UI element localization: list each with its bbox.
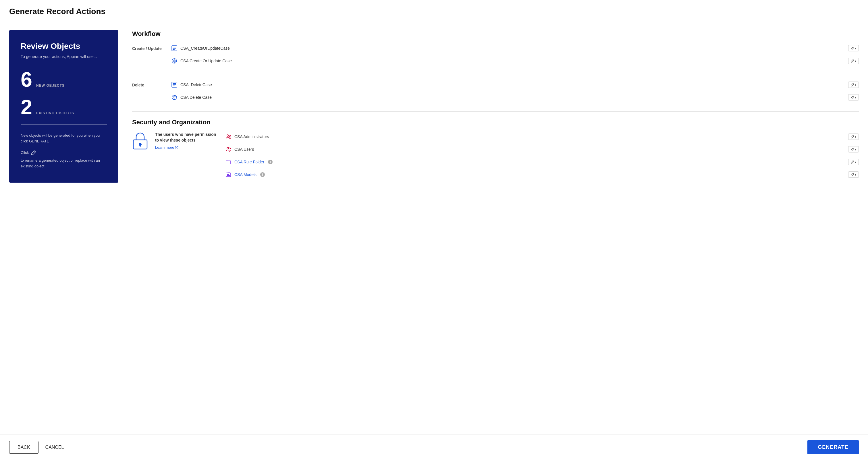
new-objects-stat: 6 NEW OBJECTS [21,69,107,90]
security-desc-text: The users who have permission to view th… [155,132,218,143]
object-row: CSA Delete Case ▾ [171,93,859,102]
svg-point-4 [172,59,177,63]
cancel-button[interactable]: CANCEL [43,441,66,453]
svg-rect-8 [173,86,175,86]
svg-point-15 [227,147,229,149]
edit-button-2[interactable]: ▾ [848,58,859,64]
svg-rect-20 [229,175,230,176]
right-panel: Workflow Create / Update [132,30,859,189]
process-icon [171,45,178,52]
security-title: Security and Organization [132,119,859,126]
security-name-1: CSA Administrators [235,134,269,139]
users-icon-2 [225,146,231,153]
svg-rect-19 [228,174,229,176]
main-content: Review Objects To generate your actions,… [0,21,868,434]
svg-rect-7 [173,85,176,85]
existing-objects-label: EXISTING OBJECTS [36,111,74,115]
learn-more-link[interactable]: Learn more [155,145,178,150]
security-link-2[interactable]: CSA Models [235,172,256,177]
info-icon-2[interactable]: i [260,172,265,177]
edit-security-2[interactable]: ▾ [848,146,859,153]
object-row: CSA_CreateOrUpdateCase ▾ [171,43,859,53]
page-title: Generate Record Actions [9,7,859,16]
security-items: CSA Administrators ▾ [225,132,859,179]
main-divider [132,111,859,112]
edit-button-3[interactable]: ▾ [848,81,859,88]
svg-rect-18 [227,174,228,176]
create-update-items: CSA_CreateOrUpdateCase ▾ [171,43,859,66]
edit-button-1[interactable]: ▾ [848,45,859,52]
review-objects-heading: Review Objects [21,42,107,51]
review-subtitle: To generate your actions, Appian will us… [21,54,107,59]
existing-objects-count: 2 [21,97,32,118]
delete-row: Delete CSA_D [132,80,859,102]
object-left: CSA_CreateOrUpdateCase [171,45,230,52]
svg-point-16 [229,148,230,149]
edit-security-1[interactable]: ▾ [848,133,859,140]
object-left: CSA Administrators [225,133,269,140]
chevron-icon: ▾ [855,161,856,164]
svg-point-9 [172,95,177,100]
click-hint: Click to rename a generated object or re… [21,150,107,169]
interface-icon [171,58,178,64]
users-icon-1 [225,133,231,140]
workflow-divider [132,73,859,73]
existing-objects-stat: 2 EXISTING OBJECTS [21,97,107,118]
delete-label: Delete [132,80,166,87]
svg-rect-12 [140,144,141,147]
back-button[interactable]: BACK [9,441,38,454]
folder-icon [225,159,231,165]
svg-point-14 [229,135,230,137]
object-name-2: CSA Create Or Update Case [180,59,232,63]
external-link-icon [175,146,178,149]
svg-rect-1 [173,47,176,47]
chevron-icon: ▾ [855,148,856,151]
generate-hint: New objects will be generated for you wh… [21,133,107,144]
object-name-4: CSA Delete Case [180,95,212,100]
security-item-row: CSA Rule Folder i ▾ [225,157,859,167]
chevron-icon: ▾ [855,135,856,138]
page-header: Generate Record Actions [0,0,868,21]
security-name-2: CSA Users [235,147,254,152]
security-description: The users who have permission to view th… [155,132,218,150]
chevron-icon: ▾ [855,47,856,50]
footer: BACK CANCEL GENERATE [0,434,868,460]
model-icon [225,171,231,178]
create-update-label: Create / Update [132,43,166,51]
edit-security-4[interactable]: ▾ [848,171,859,178]
object-left: CSA Rule Folder i [225,159,273,165]
interface-icon-2 [171,94,178,100]
security-item-row: CSA Users ▾ [225,144,859,154]
security-section: Security and Organization The users who … [132,119,859,179]
object-left: CSA_DeleteCase [171,81,212,88]
svg-rect-3 [173,49,175,50]
object-left: CSA Delete Case [171,94,212,100]
object-row: CSA_DeleteCase ▾ [171,80,859,90]
process-icon-2 [171,81,178,88]
chevron-icon: ▾ [855,83,856,87]
edit-button-4[interactable]: ▾ [848,94,859,100]
new-objects-count: 6 [21,69,32,90]
footer-left: BACK CANCEL [9,441,66,454]
svg-rect-6 [173,83,176,84]
svg-rect-2 [173,48,176,48]
object-name-3: CSA_DeleteCase [180,83,212,87]
object-left: CSA Create Or Update Case [171,58,232,64]
chevron-icon: ▾ [855,173,856,176]
edit-security-3[interactable]: ▾ [848,159,859,165]
generate-button[interactable]: GENERATE [807,440,859,454]
new-objects-label: NEW OBJECTS [36,84,65,88]
object-name-1: CSA_CreateOrUpdateCase [180,46,230,51]
learn-more-label: Learn more [155,145,174,150]
panel-divider [21,124,107,125]
workflow-title: Workflow [132,30,859,38]
info-icon-1[interactable]: i [268,160,273,164]
svg-point-13 [227,135,229,136]
chevron-icon: ▾ [855,96,856,99]
chevron-icon: ▾ [855,60,856,63]
security-link-1[interactable]: CSA Rule Folder [235,160,264,164]
security-item-row: CSA Administrators ▾ [225,132,859,141]
left-panel: Review Objects To generate your actions,… [9,30,118,183]
pencil-icon [30,150,37,156]
object-left: CSA Models i [225,171,265,178]
